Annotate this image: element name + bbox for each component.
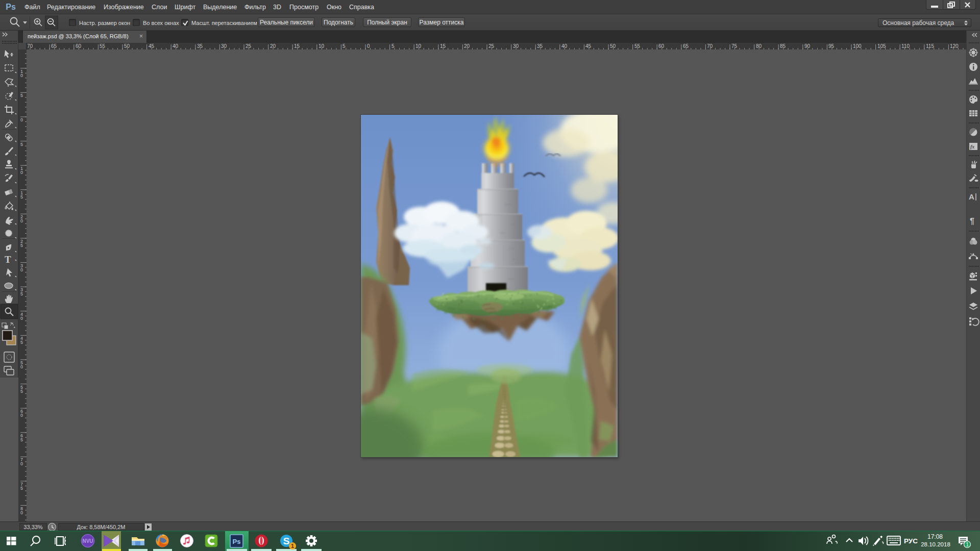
svg-text:65: 65 [51, 43, 57, 49]
svg-text:55: 55 [100, 43, 106, 49]
svg-text:105: 105 [877, 43, 886, 49]
svg-text:0: 0 [20, 413, 23, 418]
svg-text:Ps: Ps [233, 538, 241, 545]
svg-text:10: 10 [415, 43, 422, 49]
svg-text:5: 5 [20, 486, 23, 491]
svg-text:95: 95 [828, 43, 835, 49]
svg-text:25: 25 [246, 43, 252, 49]
svg-text:0: 0 [20, 267, 23, 272]
svg-text:0: 0 [20, 461, 23, 466]
svg-text:45: 45 [149, 43, 155, 49]
svg-text:30: 30 [513, 43, 519, 49]
svg-text:120: 120 [950, 43, 959, 49]
svg-text:S: S [283, 536, 290, 546]
svg-text:0: 0 [20, 364, 23, 369]
svg-text:5: 5 [20, 340, 23, 345]
svg-text:5: 5 [20, 291, 23, 296]
svg-text:5: 5 [20, 243, 23, 248]
svg-text:5: 5 [20, 194, 23, 199]
svg-text:10: 10 [318, 43, 325, 49]
svg-text:115: 115 [926, 43, 934, 49]
svg-text:5: 5 [20, 93, 23, 98]
svg-text:A: A [969, 192, 974, 201]
svg-text:50: 50 [610, 43, 616, 49]
svg-text:45: 45 [585, 43, 592, 49]
svg-text:70: 70 [27, 43, 33, 49]
svg-text:5: 5 [391, 43, 395, 49]
svg-text:15: 15 [440, 43, 446, 49]
svg-text:40: 40 [173, 43, 179, 49]
svg-text:40: 40 [561, 43, 568, 49]
svg-text:17:08: 17:08 [927, 533, 943, 540]
svg-text:T: T [5, 254, 11, 265]
svg-text:25: 25 [488, 43, 495, 49]
svg-text:20: 20 [464, 43, 470, 49]
svg-text:35: 35 [197, 43, 203, 49]
svg-text:5: 5 [20, 389, 23, 394]
svg-text:85: 85 [780, 43, 786, 49]
svg-text:15: 15 [294, 43, 300, 49]
svg-text:55: 55 [634, 43, 641, 49]
svg-text:0: 0 [20, 117, 23, 122]
svg-text:75: 75 [731, 43, 738, 49]
svg-text:80: 80 [756, 43, 762, 49]
svg-text:1: 1 [966, 542, 969, 547]
svg-text:60: 60 [658, 43, 665, 49]
svg-text:20: 20 [270, 43, 276, 49]
svg-text:0: 0 [20, 170, 23, 175]
svg-text:0: 0 [20, 510, 23, 515]
svg-text:50: 50 [124, 43, 130, 49]
svg-text:5: 5 [20, 142, 23, 147]
svg-text:35: 35 [537, 43, 543, 49]
svg-text:NVU: NVU [82, 538, 93, 544]
svg-text:5: 5 [342, 43, 346, 49]
svg-text:РУС: РУС [904, 537, 918, 545]
svg-text:110: 110 [901, 43, 910, 49]
svg-text:0: 0 [20, 73, 23, 78]
svg-text:28.10.2018: 28.10.2018 [921, 541, 950, 547]
svg-text:70: 70 [707, 43, 713, 49]
svg-text:0: 0 [20, 316, 23, 321]
svg-text:65: 65 [683, 43, 689, 49]
svg-text:fx: fx [970, 144, 974, 149]
svg-text:100: 100 [853, 43, 862, 49]
svg-text:30: 30 [221, 43, 227, 49]
svg-text:0: 0 [367, 43, 370, 49]
svg-text:60: 60 [76, 43, 82, 49]
svg-text:5: 5 [20, 437, 23, 442]
svg-text:90: 90 [804, 43, 811, 49]
svg-text:¶: ¶ [970, 217, 974, 226]
svg-text:0: 0 [20, 218, 23, 223]
svg-text:1: 1 [291, 543, 294, 549]
